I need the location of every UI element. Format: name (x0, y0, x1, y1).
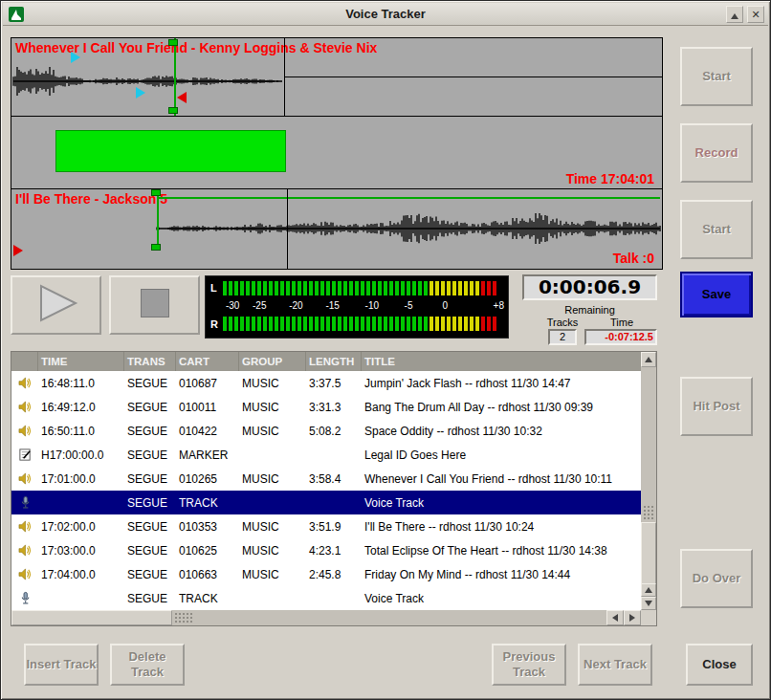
header-group: GROUP (239, 352, 306, 371)
do-over-button[interactable]: Do Over (680, 549, 753, 608)
cell-title: Voice Track (362, 592, 641, 605)
start-track1-button[interactable]: Start (680, 47, 753, 106)
window-title: Voice Tracker (3, 7, 768, 21)
cell-group: MUSIC (239, 401, 306, 414)
scroll-down-button[interactable] (641, 597, 656, 610)
voicetrack-panel[interactable]: Time 17:04:01 (11, 116, 663, 189)
cell-title: Voice Track (362, 496, 641, 510)
meter-right-label: R (210, 318, 218, 330)
scrollbar-trough[interactable] (643, 505, 654, 520)
track1-title: Whenever I Call You Friend - Kenny Loggi… (15, 40, 377, 55)
fadedown-marker-icon[interactable] (71, 52, 80, 63)
log-row[interactable]: H17:00:00.0SEGUEMARKERLegal ID Goes Here (11, 443, 641, 467)
voice-tracker-window: Voice Tracker ✕ Whenever I Call You Frie… (0, 0, 771, 700)
log-row[interactable]: 16:49:12.0SEGUE010011MUSIC3:31.3Bang The… (11, 395, 641, 419)
scrollbar-trough[interactable] (174, 612, 193, 623)
remaining-time-value: -0:07:12.5 (584, 329, 657, 345)
segue-marker-icon[interactable] (13, 245, 23, 256)
segue-marker-icon[interactable] (177, 92, 187, 103)
stop-icon (141, 289, 169, 317)
track-start-line[interactable] (174, 38, 176, 116)
horizontal-scroll-thumb[interactable] (11, 610, 172, 625)
cell-group: MUSIC (239, 472, 306, 486)
speaker-icon (11, 424, 38, 438)
cell-cart: MARKER (176, 448, 239, 462)
cell-length: 3:37.5 (306, 377, 362, 390)
cell-trans: SEGUE (124, 496, 176, 510)
log-row[interactable]: SEGUETRACKVoice Track (11, 491, 641, 514)
log-table-body: 16:48:11.0SEGUE010687MUSIC3:37.5Jumpin' … (11, 371, 641, 610)
horizontal-scrollbar[interactable] (11, 610, 641, 625)
cell-title: Total Eclipse Of The Heart -- rdhost 11/… (362, 544, 641, 558)
cell-length: 2:45.8 (306, 568, 362, 581)
remaining-label: Remaining (522, 304, 657, 316)
cell-length: 3:31.3 (306, 401, 362, 414)
maximize-button[interactable] (726, 6, 743, 23)
close-button-bottom[interactable]: Close (686, 644, 753, 686)
track2-panel[interactable]: I'll Be There - Jackson 5 Talk :0 (11, 188, 663, 270)
track2-title: I'll Be There - Jackson 5 (15, 191, 167, 207)
cell-title: Friday On My Mind -- rdhost 11/30 14:44 (362, 568, 641, 581)
scroll-left-button[interactable] (606, 610, 624, 625)
cell-cart: 010625 (176, 544, 239, 558)
fadedown-marker-icon[interactable] (136, 87, 145, 98)
cell-title: Bang The Drum All Day -- rdhost 11/30 09… (362, 401, 641, 414)
cell-cart: 010663 (176, 568, 239, 581)
log-row[interactable]: 16:48:11.0SEGUE010687MUSIC3:37.5Jumpin' … (11, 371, 641, 395)
cell-length: 5:08.2 (306, 425, 362, 438)
save-button[interactable]: Save (680, 272, 753, 317)
cell-time: 16:49:12.0 (38, 401, 124, 414)
play-button[interactable] (11, 275, 101, 335)
track-level-line[interactable] (157, 197, 660, 199)
scroll-up-button[interactable] (641, 352, 656, 367)
log-table: TIME TRANS CART GROUP LENGTH TITLE 16:48… (11, 351, 657, 626)
track1-panel[interactable]: Whenever I Call You Friend - Kenny Loggi… (11, 37, 663, 117)
track-end-handle[interactable] (151, 244, 161, 251)
track-end-handle[interactable] (151, 189, 161, 196)
titlebar[interactable]: Voice Tracker ✕ (3, 3, 768, 26)
voice-track-region[interactable] (55, 130, 286, 172)
region-divider-line (287, 189, 288, 269)
record-button[interactable]: Record (680, 123, 753, 183)
cell-title: I'll Be There -- rdhost 11/30 10:24 (362, 520, 641, 534)
cell-time: 16:50:11.0 (38, 425, 124, 438)
audio-meter: L -30-25-20-15-10-50+8 R (205, 275, 509, 339)
close-button[interactable]: ✕ (747, 6, 764, 23)
stop-button[interactable] (109, 275, 200, 335)
log-row[interactable]: 17:03:00.0SEGUE010625MUSIC4:23.1Total Ec… (11, 538, 641, 562)
talk-time-label: Talk :0 (613, 251, 654, 266)
log-row[interactable]: SEGUETRACKVoice Track (11, 586, 641, 610)
speaker-icon (11, 567, 38, 581)
previous-track-button[interactable]: Previous Track (492, 644, 566, 686)
scroll-right-button[interactable] (624, 610, 641, 625)
header-trans: TRANS (124, 352, 176, 371)
cell-cart: 010353 (176, 520, 239, 534)
insert-track-button[interactable]: Insert Track (24, 644, 99, 686)
cell-group: MUSIC (239, 520, 306, 534)
track-start-handle[interactable] (168, 107, 178, 114)
cell-trans: SEGUE (124, 472, 176, 486)
next-track-button[interactable]: Next Track (578, 644, 652, 686)
log-row[interactable]: 17:04:00.0SEGUE010663MUSIC2:45.8Friday O… (11, 562, 641, 586)
log-row[interactable]: 17:01:00.0SEGUE010265MUSIC3:58.4Whenever… (11, 467, 641, 491)
cell-cart: TRACK (176, 496, 239, 510)
mic-icon (11, 495, 38, 510)
marker-icon (11, 448, 38, 462)
scroll-up-button-bottom[interactable] (641, 583, 656, 597)
track-end-line[interactable] (157, 189, 159, 251)
log-row[interactable]: 17:02:00.0SEGUE010353MUSIC3:51.9I'll Be … (11, 514, 641, 538)
log-row[interactable]: 16:50:11.0SEGUE010422MUSIC5:08.2Space Od… (11, 419, 641, 443)
hit-post-button[interactable]: Hit Post (680, 377, 753, 436)
cell-title: Whenever I Call You Friend -- rdhost 11/… (362, 472, 641, 486)
meter-scale: -30-25-20-15-10-50+8 (223, 300, 504, 312)
wall-time-label: Time 17:04:01 (566, 171, 654, 186)
cell-group: MUSIC (239, 568, 306, 581)
start-track2-button[interactable]: Start (680, 200, 753, 259)
header-length: LENGTH (306, 352, 362, 371)
vertical-scrollbar[interactable] (641, 352, 656, 610)
track-start-handle[interactable] (168, 39, 178, 46)
cell-cart: 010422 (176, 425, 239, 438)
cell-trans: SEGUE (124, 401, 176, 414)
delete-track-button[interactable]: Delete Track (110, 644, 185, 686)
cell-time: 17:01:00.0 (38, 472, 124, 486)
